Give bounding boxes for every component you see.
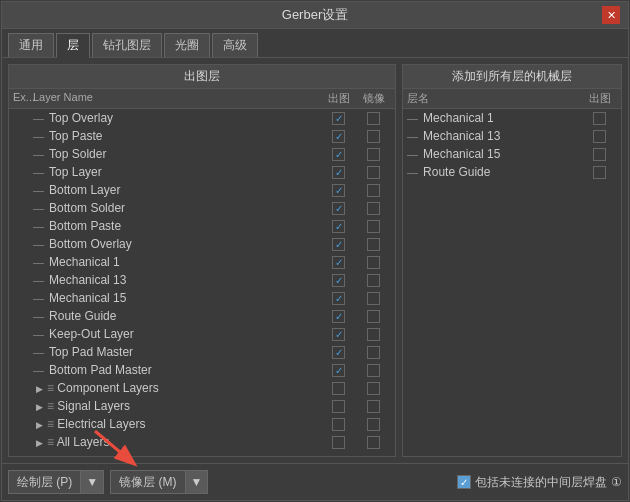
output-checkbox[interactable] (332, 202, 345, 215)
layer-name: — Top Solder (33, 147, 321, 161)
tab-advanced[interactable]: 高级 (212, 33, 258, 57)
layer-mirror-col (356, 328, 391, 341)
output-checkbox[interactable] (332, 364, 345, 377)
expand-icon[interactable]: ▶ (33, 383, 45, 395)
right-output-checkbox[interactable] (593, 112, 606, 125)
left-layer-list[interactable]: — Top Overlay— Top Paste— Top Solder— To… (9, 109, 395, 456)
layer-group-icon: ≡ (47, 399, 57, 413)
left-layer-row[interactable]: — Mechanical 1 (9, 253, 395, 271)
left-layer-row[interactable]: — Top Overlay (9, 109, 395, 127)
output-checkbox[interactable] (332, 256, 345, 269)
mirror-checkbox[interactable] (367, 346, 380, 359)
left-layer-row[interactable]: — Mechanical 13 (9, 271, 395, 289)
mirror-checkbox[interactable] (367, 112, 380, 125)
tab-general[interactable]: 通用 (8, 33, 54, 57)
output-checkbox[interactable] (332, 292, 345, 305)
output-checkbox[interactable] (332, 238, 345, 251)
left-layer-row[interactable]: — Keep-Out Layer (9, 325, 395, 343)
expand-icon[interactable]: ▶ (33, 437, 45, 449)
right-output-col (582, 112, 617, 125)
output-checkbox[interactable] (332, 184, 345, 197)
output-checkbox[interactable] (332, 220, 345, 233)
output-checkbox[interactable] (332, 148, 345, 161)
right-output-checkbox[interactable] (593, 148, 606, 161)
include-checkbox[interactable] (457, 475, 471, 489)
layer-name: ▶≡ Component Layers (33, 381, 321, 395)
layer-mirror-col (356, 184, 391, 197)
mirror-checkbox[interactable] (367, 220, 380, 233)
left-layer-row[interactable]: ▶≡ Electrical Layers (9, 415, 395, 433)
left-layer-row[interactable]: — Top Paste (9, 127, 395, 145)
tab-layers[interactable]: 层 (56, 33, 90, 58)
mirror-checkbox[interactable] (367, 328, 380, 341)
mirror-checkbox[interactable] (367, 400, 380, 413)
layer-output-col (321, 112, 356, 125)
layer-dash: — (33, 130, 47, 142)
plot-layer-dropdown[interactable]: ▼ (81, 470, 104, 494)
mirror-checkbox[interactable] (367, 310, 380, 323)
layer-mirror-col (356, 238, 391, 251)
left-layer-row[interactable]: — Mechanical 15 (9, 289, 395, 307)
right-layer-row[interactable]: — Route Guide (403, 163, 621, 181)
mirror-checkbox[interactable] (367, 148, 380, 161)
mirror-checkbox[interactable] (367, 382, 380, 395)
mirror-checkbox[interactable] (367, 238, 380, 251)
output-checkbox[interactable] (332, 436, 345, 449)
layer-output-col (321, 130, 356, 143)
output-checkbox[interactable] (332, 328, 345, 341)
right-layer-row[interactable]: — Mechanical 1 (403, 109, 621, 127)
left-layer-row[interactable]: — Top Solder (9, 145, 395, 163)
mirror-checkbox[interactable] (367, 364, 380, 377)
mirror-checkbox[interactable] (367, 436, 380, 449)
mirror-checkbox[interactable] (367, 202, 380, 215)
right-output-checkbox[interactable] (593, 130, 606, 143)
expand-icon[interactable]: ▶ (33, 419, 45, 431)
layer-dash: — (33, 328, 47, 340)
tab-aperture[interactable]: 光圈 (164, 33, 210, 57)
output-checkbox[interactable] (332, 382, 345, 395)
title-bar: Gerber设置 ✕ (2, 2, 628, 29)
output-checkbox[interactable] (332, 166, 345, 179)
right-layer-row[interactable]: — Mechanical 13 (403, 127, 621, 145)
left-layer-row[interactable]: — Bottom Overlay (9, 235, 395, 253)
left-layer-row[interactable]: — Route Guide (9, 307, 395, 325)
layer-output-col (321, 256, 356, 269)
left-layer-row[interactable]: ▶≡ All Layers (9, 433, 395, 451)
mirror-checkbox[interactable] (367, 256, 380, 269)
left-layer-row[interactable]: ▶≡ Component Layers (9, 379, 395, 397)
output-checkbox[interactable] (332, 418, 345, 431)
include-label: 包括未连接的中间层焊盘 (475, 474, 607, 491)
mirror-checkbox[interactable] (367, 184, 380, 197)
layer-dash: — (33, 292, 47, 304)
output-checkbox[interactable] (332, 274, 345, 287)
output-checkbox[interactable] (332, 112, 345, 125)
mirror-checkbox[interactable] (367, 418, 380, 431)
left-layer-row[interactable]: ▶≡ Signal Layers (9, 397, 395, 415)
layer-name: ▶≡ All Layers (33, 435, 321, 449)
left-layer-row[interactable]: — Top Layer (9, 163, 395, 181)
output-checkbox[interactable] (332, 130, 345, 143)
left-layer-row[interactable]: — Bottom Paste (9, 217, 395, 235)
close-button[interactable]: ✕ (602, 6, 620, 24)
mirror-checkbox[interactable] (367, 130, 380, 143)
tab-drill[interactable]: 钻孔图层 (92, 33, 162, 57)
layer-group-icon: ≡ (47, 435, 57, 449)
mirror-checkbox[interactable] (367, 166, 380, 179)
right-output-checkbox[interactable] (593, 166, 606, 179)
output-checkbox[interactable] (332, 400, 345, 413)
include-shortcut: ① (611, 475, 622, 489)
mirror-checkbox[interactable] (367, 292, 380, 305)
left-layer-row[interactable]: — Bottom Layer (9, 181, 395, 199)
output-checkbox[interactable] (332, 346, 345, 359)
mirror-layer-dropdown[interactable]: ▼ (186, 470, 209, 494)
left-layer-row[interactable]: — Top Pad Master (9, 343, 395, 361)
col-output-header: 出图 (321, 91, 356, 106)
left-layer-row[interactable]: — Bottom Pad Master (9, 361, 395, 379)
layer-output-col (321, 220, 356, 233)
content-area: 出图层 Ex... Layer Name 出图 镜像 — Top Overlay… (2, 58, 628, 463)
left-layer-row[interactable]: — Bottom Solder (9, 199, 395, 217)
right-layer-row[interactable]: — Mechanical 15 (403, 145, 621, 163)
output-checkbox[interactable] (332, 310, 345, 323)
expand-icon[interactable]: ▶ (33, 401, 45, 413)
mirror-checkbox[interactable] (367, 274, 380, 287)
